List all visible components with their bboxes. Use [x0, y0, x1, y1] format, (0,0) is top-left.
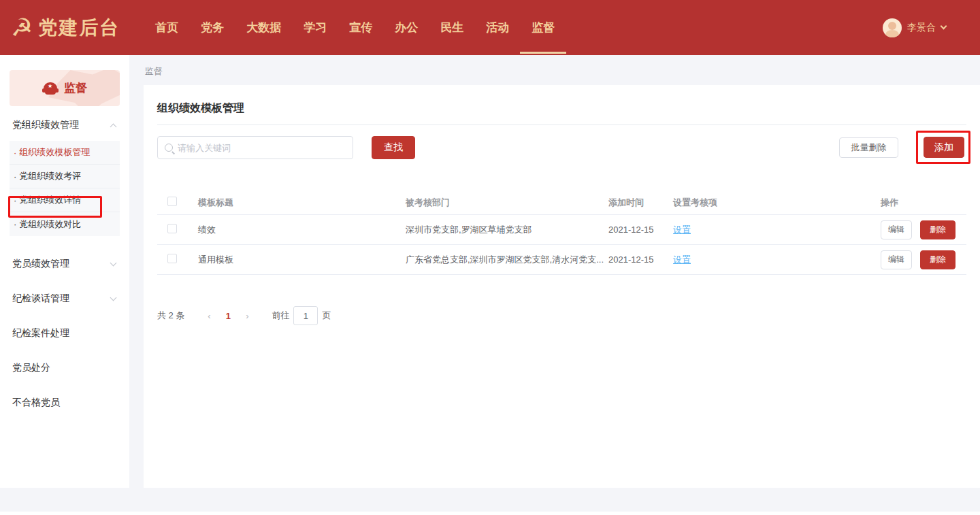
- edit-button[interactable]: 编辑: [881, 220, 912, 239]
- pagination-prev-icon[interactable]: ‹: [199, 311, 218, 321]
- module-badge: ★ 监督: [10, 70, 120, 106]
- edit-button[interactable]: 编辑: [881, 250, 912, 269]
- page-title: 组织绩效模板管理: [157, 101, 244, 116]
- chevron-down-icon: [110, 260, 117, 267]
- sidebar-item-unqualified-members[interactable]: 不合格党员: [0, 393, 129, 413]
- breadcrumb: 监督: [145, 65, 163, 78]
- row-checkbox[interactable]: [167, 254, 177, 263]
- pagination-unit-label: 页: [322, 310, 331, 322]
- pagination-goto-input[interactable]: [293, 306, 318, 325]
- nav-item-office[interactable]: 办公: [395, 0, 418, 55]
- cell-department: 广东省党总支部,深圳市罗湖区党支部,清水河党支...: [406, 254, 608, 266]
- sidebar-item-performance-compare[interactable]: · 党组织绩效对比: [10, 212, 120, 236]
- sidebar-item-label: 党组织绩效考评: [19, 170, 81, 182]
- cell-added-time: 2021-12-15: [608, 254, 673, 265]
- pagination-total: 共 2 条: [157, 310, 184, 322]
- sidebar-group-label: 党组织绩效管理: [12, 119, 79, 131]
- sidebar-item-label: 党员处分: [12, 362, 50, 374]
- toolbar: 查找 批量删除 添加: [157, 136, 966, 159]
- col-header-actions: 操作: [881, 197, 966, 209]
- sidebar-item-performance-evaluation[interactable]: · 党组织绩效考评: [10, 165, 120, 188]
- search-input[interactable]: [178, 143, 346, 153]
- table-row: 绩效 深圳市党支部,罗湖区草埔党支部 2021-12-15 设置 编辑 删除: [157, 215, 966, 245]
- pagination-page-1[interactable]: 1: [218, 311, 238, 321]
- add-button[interactable]: 添加: [924, 137, 964, 158]
- cell-template-title: 绩效: [198, 224, 406, 236]
- user-name: 李景合: [907, 22, 936, 34]
- batch-delete-button[interactable]: 批量删除: [839, 137, 898, 158]
- cell-template-title: 通用模板: [198, 254, 406, 266]
- sidebar-item-label: 党组织绩效详情: [19, 194, 81, 206]
- cell-department: 深圳市党支部,罗湖区草埔党支部: [406, 224, 608, 236]
- sidebar-item-label: 纪检案件处理: [12, 327, 69, 339]
- sidebar-item-label: 党员绩效管理: [12, 258, 69, 270]
- content-card: 组织绩效模板管理 查找 批量删除 添加 模板标题 被考核部门 添加时间 设置考核…: [144, 85, 980, 488]
- chevron-down-icon: [941, 23, 947, 30]
- user-avatar: [883, 18, 902, 37]
- supervision-cap-icon: ★: [42, 82, 59, 95]
- search-box: [157, 136, 353, 159]
- pagination-next-icon[interactable]: ›: [238, 311, 257, 321]
- module-badge-label: 监督: [64, 80, 87, 96]
- app-title: 党建后台: [38, 15, 120, 41]
- app-logo: ☭ 党建后台: [11, 15, 120, 41]
- sidebar-item-label: 党组织绩效对比: [19, 218, 81, 231]
- sidebar-item-member-punishment[interactable]: 党员处分: [0, 358, 129, 378]
- main-nav: 首页 党务 大数据 学习 宣传 办公 民生 活动 监督: [155, 0, 555, 55]
- find-button[interactable]: 查找: [372, 136, 415, 159]
- nav-item-livelihood[interactable]: 民生: [440, 0, 463, 55]
- col-header-department: 被考核部门: [406, 197, 608, 209]
- cell-added-time: 2021-12-15: [608, 225, 673, 235]
- sidebar: ★ 监督 党组织绩效管理 · 组织绩效模板管理 · 党组织绩效考评 · 党组织绩…: [0, 55, 129, 488]
- sidebar-group-performance-mgmt[interactable]: 党组织绩效管理: [0, 115, 129, 135]
- sidebar-item-discipline-cases[interactable]: 纪检案件处理: [0, 323, 129, 344]
- nav-item-publicity[interactable]: 宣传: [349, 0, 372, 55]
- sidebar-submenu: · 组织绩效模板管理 · 党组织绩效考评 · 党组织绩效详情 · 党组织绩效对比: [10, 141, 120, 236]
- col-header-added-time: 添加时间: [608, 197, 673, 209]
- delete-button[interactable]: 删除: [920, 220, 956, 239]
- pagination-goto-label: 前往: [272, 310, 289, 322]
- nav-item-party-affairs[interactable]: 党务: [201, 0, 224, 55]
- chevron-down-icon: [110, 295, 117, 301]
- select-all-checkbox[interactable]: [167, 197, 177, 206]
- col-header-assessment: 设置考核项: [673, 197, 881, 209]
- delete-button[interactable]: 删除: [920, 250, 956, 269]
- user-menu[interactable]: 李景合: [883, 18, 946, 37]
- nav-item-supervision[interactable]: 监督: [532, 0, 555, 55]
- nav-item-activity[interactable]: 活动: [486, 0, 509, 55]
- footer-strip: [0, 512, 980, 515]
- row-checkbox[interactable]: [167, 224, 177, 233]
- divider: [157, 124, 966, 125]
- chevron-up-icon: [110, 123, 117, 130]
- template-table: 模板标题 被考核部门 添加时间 设置考核项 操作 绩效 深圳市党支部,罗湖区草埔…: [157, 190, 966, 275]
- table-header-row: 模板标题 被考核部门 添加时间 设置考核项 操作: [157, 190, 966, 215]
- nav-item-big-data[interactable]: 大数据: [246, 0, 281, 55]
- sidebar-item-member-performance[interactable]: 党员绩效管理: [0, 254, 129, 274]
- sidebar-item-performance-detail[interactable]: · 党组织绩效详情: [10, 188, 120, 212]
- sidebar-item-label: 不合格党员: [12, 397, 60, 409]
- table-row: 通用模板 广东省党总支部,深圳市罗湖区党支部,清水河党支... 2021-12-…: [157, 245, 966, 275]
- search-icon: [165, 144, 173, 152]
- page: ☭ 党建后台 首页 党务 大数据 学习 宣传 办公 民生 活动 监督 李景合: [0, 0, 980, 515]
- col-header-title: 模板标题: [198, 197, 406, 209]
- pagination: 共 2 条 ‹ 1 › 前往 页: [157, 306, 331, 325]
- set-assessment-link[interactable]: 设置: [673, 254, 691, 265]
- nav-item-study[interactable]: 学习: [304, 0, 327, 55]
- sidebar-item-label: 纪检谈话管理: [12, 293, 69, 305]
- nav-item-home[interactable]: 首页: [155, 0, 178, 55]
- sidebar-item-discipline-talks[interactable]: 纪检谈话管理: [0, 288, 129, 309]
- party-emblem-icon: ☭: [11, 16, 33, 40]
- sidebar-item-template-management[interactable]: · 组织绩效模板管理: [10, 141, 120, 165]
- top-navbar: ☭ 党建后台 首页 党务 大数据 学习 宣传 办公 民生 活动 监督 李景合: [0, 0, 980, 55]
- sidebar-item-label: 组织绩效模板管理: [19, 146, 90, 159]
- set-assessment-link[interactable]: 设置: [673, 225, 691, 235]
